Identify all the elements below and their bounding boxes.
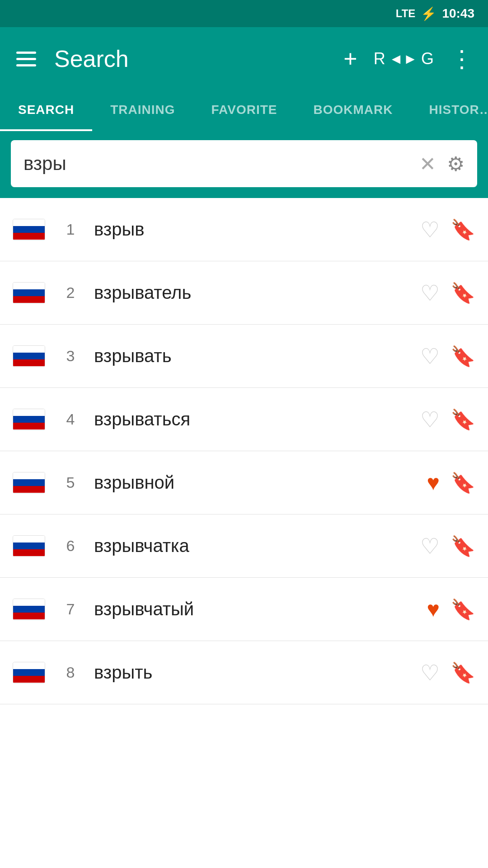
- menu-line-2: [16, 58, 36, 60]
- word-number: 5: [60, 474, 81, 491]
- flag-stripe-white: [13, 283, 45, 289]
- search-settings-button[interactable]: ⚙: [447, 152, 465, 175]
- bookmark-button[interactable]: 🔖: [450, 218, 475, 241]
- word-item-5[interactable]: 5 взрывной ♥ 🔖: [0, 451, 488, 514]
- status-bar: LTE ⚡ 10:43: [0, 0, 488, 27]
- word-number: 8: [60, 664, 81, 681]
- flag-stripe-white: [13, 219, 45, 226]
- bookmark-button[interactable]: 🔖: [450, 661, 475, 684]
- flag-stripe-blue: [13, 289, 45, 296]
- favorite-button[interactable]: ♡: [420, 344, 440, 369]
- tab-bookmark[interactable]: BOOKMARK: [296, 90, 411, 131]
- word-item-3[interactable]: 3 взрывать ♡ 🔖: [0, 325, 488, 388]
- flag-stripe-red: [13, 359, 45, 366]
- word-actions: ♥ 🔖: [427, 470, 476, 495]
- flag-stripe-white: [13, 472, 45, 479]
- app-bar-actions: + R ◄► G ⋮: [343, 45, 472, 72]
- g-label: G: [421, 49, 434, 68]
- word-text: взрыв: [94, 219, 420, 240]
- search-query: взры: [23, 153, 419, 175]
- word-item-8[interactable]: 8 взрыть ♡ 🔖: [0, 641, 488, 704]
- word-actions: ♡ 🔖: [420, 660, 475, 685]
- flag-stripe-white: [13, 346, 45, 353]
- flag-stripe-red: [13, 549, 45, 556]
- word-number: 7: [60, 600, 81, 618]
- flag-stripe-red: [13, 486, 45, 493]
- bookmark-button[interactable]: 🔖: [450, 344, 475, 368]
- status-icons: LTE ⚡ 10:43: [396, 6, 474, 21]
- flag-stripe-red: [13, 296, 45, 303]
- word-item-1[interactable]: 1 взрыв ♡ 🔖: [0, 198, 488, 261]
- word-number: 6: [60, 537, 81, 555]
- r-label: R: [374, 49, 385, 68]
- bookmark-button[interactable]: 🔖: [450, 281, 475, 305]
- arrow-icon: ◄►: [389, 51, 418, 67]
- word-actions: ♡ 🔖: [420, 533, 475, 559]
- word-actions: ♡ 🔖: [420, 344, 475, 369]
- search-box[interactable]: взры ✕ ⚙: [11, 140, 477, 187]
- flag-stripe-blue: [13, 606, 45, 613]
- favorite-button[interactable]: ♥: [427, 597, 440, 622]
- flag-icon: [13, 662, 45, 684]
- flag-stripe-blue: [13, 416, 45, 423]
- flag-icon: [13, 472, 45, 494]
- bookmark-button[interactable]: 🔖: [450, 408, 475, 431]
- word-item-4[interactable]: 4 взрываться ♡ 🔖: [0, 388, 488, 451]
- flag-stripe-blue: [13, 669, 45, 676]
- flag-icon: [13, 282, 45, 304]
- tab-history[interactable]: HISTOR…: [411, 90, 488, 131]
- word-number: 1: [60, 221, 81, 238]
- flag-stripe-blue: [13, 353, 45, 359]
- tab-search[interactable]: SEARCH: [0, 90, 92, 131]
- word-text: взрывчатка: [94, 536, 420, 556]
- word-number: 4: [60, 410, 81, 428]
- tab-training[interactable]: TRAINING: [92, 90, 193, 131]
- word-number: 3: [60, 347, 81, 365]
- flag-stripe-blue: [13, 479, 45, 486]
- word-item-7[interactable]: 7 взрывчатый ♥ 🔖: [0, 578, 488, 641]
- flag-icon: [13, 409, 45, 430]
- bookmark-button[interactable]: 🔖: [450, 598, 475, 621]
- word-number: 2: [60, 284, 81, 302]
- favorite-button[interactable]: ♡: [420, 660, 440, 685]
- clear-search-button[interactable]: ✕: [419, 152, 436, 175]
- tabs-bar: SEARCH TRAINING FAVORITE BOOKMARK HISTOR…: [0, 90, 488, 131]
- word-actions: ♡ 🔖: [420, 217, 475, 242]
- add-button[interactable]: +: [343, 45, 357, 72]
- word-item-2[interactable]: 2 взрыватель ♡ 🔖: [0, 261, 488, 325]
- search-container: взры ✕ ⚙: [0, 131, 488, 198]
- bookmark-button[interactable]: 🔖: [450, 471, 475, 495]
- bookmark-button[interactable]: 🔖: [450, 534, 475, 558]
- word-text: взрывчатый: [94, 599, 427, 619]
- flag-icon: [13, 345, 45, 367]
- favorite-button[interactable]: ♡: [420, 533, 440, 559]
- app-bar: Search + R ◄► G ⋮: [0, 27, 488, 90]
- flag-stripe-red: [13, 676, 45, 683]
- menu-line-1: [16, 52, 36, 54]
- flag-stripe-blue: [13, 542, 45, 549]
- flag-stripe-white: [13, 599, 45, 606]
- flag-stripe-white: [13, 536, 45, 542]
- word-text: взрыватель: [94, 283, 420, 303]
- rg-toggle[interactable]: R ◄► G: [374, 49, 434, 68]
- favorite-button[interactable]: ♡: [420, 407, 440, 432]
- tab-favorite[interactable]: FAVORITE: [193, 90, 296, 131]
- flag-stripe-white: [13, 409, 45, 416]
- word-actions: ♡ 🔖: [420, 280, 475, 306]
- word-item-6[interactable]: 6 взрывчатка ♡ 🔖: [0, 514, 488, 578]
- clock: 10:43: [442, 6, 474, 21]
- word-text: взрывать: [94, 346, 420, 366]
- flag-icon: [13, 599, 45, 620]
- battery-icon: ⚡: [421, 6, 436, 21]
- flag-stripe-white: [13, 662, 45, 669]
- menu-button[interactable]: [16, 52, 36, 66]
- favorite-button[interactable]: ♡: [420, 280, 440, 306]
- favorite-button[interactable]: ♥: [427, 470, 440, 495]
- favorite-button[interactable]: ♡: [420, 217, 440, 242]
- flag-icon: [13, 535, 45, 557]
- flag-stripe-red: [13, 613, 45, 619]
- flag-stripe-red: [13, 423, 45, 429]
- flag-stripe-red: [13, 233, 45, 240]
- more-options-button[interactable]: ⋮: [450, 45, 472, 72]
- word-list: 1 взрыв ♡ 🔖 2 взрыватель ♡ 🔖 3 взрывать …: [0, 198, 488, 704]
